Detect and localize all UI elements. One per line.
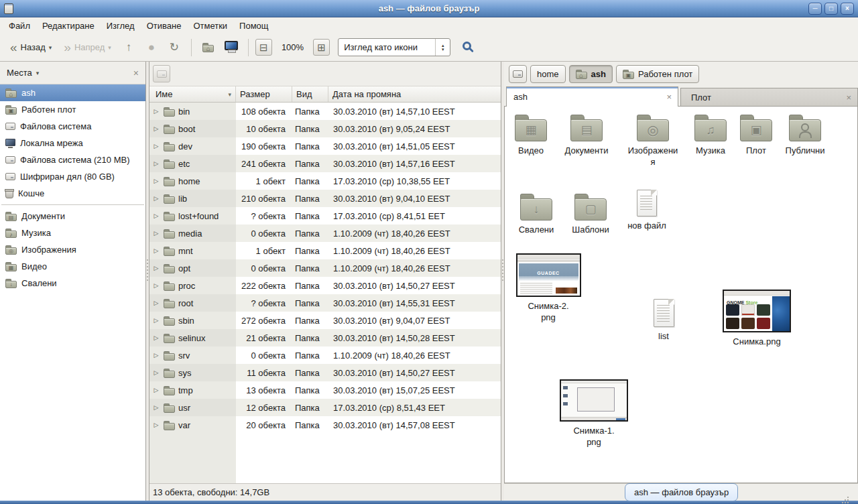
expander-icon[interactable]: ▷ [152, 334, 160, 341]
path-button-ash[interactable]: ash [569, 65, 613, 83]
file-item-snimka-2[interactable]: GUADEC Снимка-2.png [514, 253, 583, 323]
expander-icon[interactable]: ▷ [152, 369, 160, 376]
table-row[interactable]: ▷mnt1 обектПапка1.10.2009 (чт) 18,40,26 … [149, 242, 501, 259]
sidebar-item-desktop[interactable]: Работен плот [0, 101, 145, 118]
expander-icon[interactable]: ▷ [152, 265, 160, 271]
sidebar-item-encrypted-80gb[interactable]: Шифриран дял (80 GB) [0, 168, 145, 185]
file-item-templates[interactable]: Шаблони [560, 192, 621, 235]
expander-icon[interactable]: ▷ [152, 282, 160, 289]
expander-icon[interactable]: ▷ [152, 387, 160, 393]
zoom-in-button[interactable]: ⊞ [313, 39, 330, 56]
forward-dropdown-icon[interactable]: ▾ [108, 44, 111, 51]
table-row[interactable]: ▷boot10 обектаПапка30.03.2010 (вт) 9,05,… [149, 120, 501, 137]
tab-close-icon[interactable]: × [846, 92, 851, 103]
location-toggle-button[interactable] [153, 65, 170, 82]
icon-view[interactable]: Видео Документи Изображения Музика Плот … [504, 106, 858, 483]
expander-icon[interactable]: ▷ [152, 195, 160, 202]
expander-icon[interactable]: ▷ [152, 212, 160, 219]
file-item-images[interactable]: Изображения [621, 113, 685, 168]
view-mode-select[interactable]: Изглед като икони ▴▾ [338, 38, 450, 56]
stop-button[interactable]: ● [141, 38, 162, 58]
maximize-button[interactable]: □ [824, 3, 838, 15]
expander-icon[interactable]: ▷ [152, 422, 160, 428]
root-button[interactable] [509, 65, 527, 83]
zoom-out-button[interactable]: ⊟ [255, 39, 272, 56]
file-item-downloads[interactable]: Свалени [509, 192, 564, 235]
tab-ash[interactable]: ash × [506, 86, 678, 107]
expander-icon[interactable]: ▷ [152, 300, 160, 306]
table-row[interactable]: ▷home1 обектПапка17.03.2010 (ср) 10,38,5… [149, 172, 501, 190]
table-row[interactable]: ▷var20 обектаПапка30.03.2010 (вт) 14,57,… [149, 416, 501, 434]
table-row[interactable]: ▷sbin272 обектаПапка30.03.2010 (вт) 9,04… [149, 312, 501, 329]
column-header-size[interactable]: Размер [236, 86, 292, 102]
file-item-snimka-1[interactable]: Снимка-1.png [558, 379, 629, 448]
expander-icon[interactable]: ▷ [152, 125, 160, 132]
file-item-documents[interactable]: Документи [553, 113, 620, 156]
menu-bookmarks[interactable]: Отметки [187, 19, 233, 33]
sidebar-dropdown-icon[interactable]: ▾ [36, 70, 40, 76]
titlebar[interactable]: ash — файлов браузър ─ □ × [0, 0, 858, 17]
table-row[interactable]: ▷etc241 обектаПапка30.03.2010 (вт) 14,57… [149, 155, 501, 172]
computer-button[interactable] [221, 38, 241, 58]
expander-icon[interactable]: ▷ [152, 108, 160, 115]
expander-icon[interactable]: ▷ [152, 317, 160, 324]
table-row[interactable]: ▷dev190 обектаПапка30.03.2010 (вт) 14,51… [149, 137, 501, 155]
reload-button[interactable]: ↻ [164, 38, 184, 58]
sidebar-item-filesystem-210mb[interactable]: Файлова система (210 MB) [0, 151, 145, 168]
sidebar-item-trash[interactable]: Кошче [0, 185, 145, 202]
sidebar-item-filesystem[interactable]: Файлова система [0, 118, 145, 135]
back-dropdown-icon[interactable]: ▾ [49, 44, 52, 51]
table-row[interactable]: ▷sys11 обектаПапка30.03.2010 (вт) 14,50,… [149, 364, 501, 381]
menu-help[interactable]: Помощ [233, 19, 274, 33]
tab-plot[interactable]: Плот × [680, 88, 858, 106]
table-row[interactable]: ▷media0 обектаПапка1.10.2009 (чт) 18,40,… [149, 225, 501, 242]
file-item-snimka[interactable]: GNOME Store Снимка.png [721, 290, 792, 347]
file-item-list[interactable]: list [637, 299, 690, 342]
file-item-music[interactable]: Музика [684, 113, 737, 156]
expander-icon[interactable]: ▷ [152, 160, 160, 167]
search-icon[interactable] [463, 42, 471, 50]
home-button[interactable] [198, 38, 219, 58]
close-button[interactable]: × [841, 3, 854, 15]
column-header-type[interactable]: Вид [292, 86, 328, 102]
back-button[interactable]: « Назад ▾ [5, 38, 56, 58]
resize-grip-icon[interactable] [847, 497, 849, 498]
menu-file[interactable]: Файл [3, 19, 36, 33]
sidebar-splitter[interactable] [146, 62, 149, 501]
menu-edit[interactable]: Редактиране [36, 19, 101, 33]
column-header-date[interactable]: Дата на промяна [328, 86, 501, 102]
expander-icon[interactable]: ▷ [152, 352, 160, 359]
tab-close-icon[interactable]: × [666, 92, 672, 102]
table-row[interactable]: ▷proc222 обектаПапка30.03.2010 (вт) 14,5… [149, 277, 501, 294]
minimize-button[interactable]: ─ [808, 3, 822, 15]
menu-view[interactable]: Изглед [101, 19, 141, 33]
file-item-desktop[interactable]: Плот [735, 113, 778, 156]
sidebar-close-icon[interactable]: × [133, 68, 139, 78]
path-button-desktop[interactable]: Работен плот [616, 65, 699, 83]
up-button[interactable]: ↑ [119, 38, 139, 58]
table-row[interactable]: ▷root? обектаПапка30.03.2010 (вт) 14,55,… [149, 294, 501, 312]
sidebar-item-music[interactable]: Музика [0, 225, 145, 241]
sidebar-item-video[interactable]: Видео [0, 258, 145, 275]
forward-button[interactable]: » Напред ▾ [59, 38, 116, 58]
expander-icon[interactable]: ▷ [152, 143, 160, 149]
sidebar-item-downloads[interactable]: Свалени [0, 275, 145, 292]
file-item-public[interactable]: Публични [775, 113, 835, 156]
table-row[interactable]: ▷selinux21 обектаПапка30.03.2010 (вт) 14… [149, 329, 501, 346]
table-row[interactable]: ▷srv0 обектаПапка1.10.2009 (чт) 18,40,26… [149, 346, 501, 364]
path-button-home[interactable]: home [530, 65, 566, 83]
sidebar-item-network[interactable]: Локална мрежа [0, 135, 145, 151]
menu-go[interactable]: Отиване [141, 19, 188, 33]
sidebar-item-documents[interactable]: Документи [0, 208, 145, 225]
file-item-new-file[interactable]: нов файл [620, 190, 674, 231]
expander-icon[interactable]: ▷ [152, 178, 160, 184]
sidebar-item-images[interactable]: Изображения [0, 241, 145, 258]
column-header-name[interactable]: Име ▾ [149, 86, 236, 102]
table-row[interactable]: ▷opt0 обектаПапка1.10.2009 (чт) 18,40,26… [149, 259, 501, 277]
table-row[interactable]: ▷tmp13 обектаПапка30.03.2010 (вт) 15,07,… [149, 381, 501, 399]
expander-icon[interactable]: ▷ [152, 230, 160, 237]
sidebar-item-ash[interactable]: ash [0, 84, 145, 101]
table-row[interactable]: ▷usr12 обектаПапка17.03.2010 (ср) 8,51,4… [149, 399, 501, 416]
table-row[interactable]: ▷bin108 обектаПапка30.03.2010 (вт) 14,57… [149, 103, 501, 120]
file-item-video[interactable]: Видео [504, 113, 558, 156]
